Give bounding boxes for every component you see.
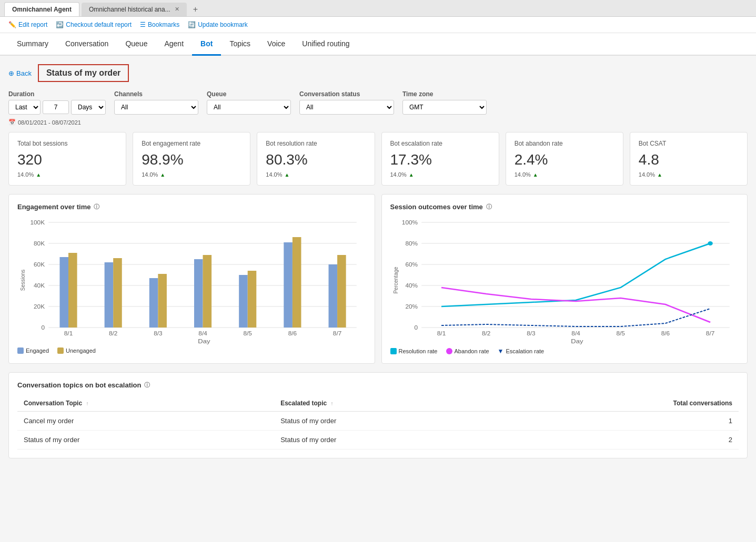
svg-text:20K: 20K	[34, 304, 45, 310]
update-bookmark-icon: 🔄	[188, 21, 196, 28]
bar-engaged-3	[149, 278, 158, 328]
bookmarks-icon: ☰	[140, 21, 146, 28]
edit-report-button[interactable]: ✏️ Edit report	[8, 21, 47, 28]
channels-select[interactable]: All	[114, 100, 198, 115]
col-topic: Conversation Topic ↑	[17, 395, 274, 412]
metric-card-total-sessions: Total bot sessions 320 14.0%▲	[8, 132, 126, 186]
duration-unit-select[interactable]: Days	[71, 100, 106, 115]
nav-tab-agent[interactable]: Agent	[156, 33, 192, 56]
tab-omnichannel-agent[interactable]: Omnichannel Agent	[4, 2, 79, 16]
sort-escalated-icon[interactable]: ↑	[331, 401, 334, 406]
bar-engaged-1	[59, 257, 68, 328]
nav-tab-voice[interactable]: Voice	[259, 33, 294, 56]
conversation-topics-table: Conversation Topic ↑ Escalated topic ↑ T…	[17, 395, 739, 449]
bar-engaged-2	[105, 262, 114, 328]
filters: Duration Last Days Channels All Queue Al…	[8, 90, 748, 115]
svg-text:Percentage: Percentage	[392, 267, 399, 293]
queue-select[interactable]: All	[207, 100, 291, 115]
bar-unengaged-1	[68, 253, 77, 328]
add-tab-button[interactable]: +	[189, 3, 202, 16]
nav-tab-summary[interactable]: Summary	[8, 33, 57, 56]
escalation-icon: ▼	[498, 347, 504, 355]
metric-card-resolution-rate: Bot resolution rate 80.3% 14.0%▲	[257, 132, 375, 186]
duration-preset-select[interactable]: Last	[8, 100, 41, 115]
queue-filter: Queue All	[207, 90, 291, 115]
metric-card-engagement-rate: Bot engagement rate 98.9% 14.0%▲	[133, 132, 250, 186]
bar-unengaged-5	[248, 271, 257, 328]
engagement-info-icon: ⓘ	[94, 203, 99, 211]
duration-value-input[interactable]	[43, 100, 69, 114]
bar-engaged-7	[329, 264, 338, 328]
svg-text:20%: 20%	[405, 304, 418, 310]
conv-status-select[interactable]: All	[299, 100, 394, 115]
nav-tab-bot[interactable]: Bot	[192, 33, 221, 56]
sort-topic-icon[interactable]: ↑	[86, 401, 88, 406]
table-info-icon: ⓘ	[144, 381, 150, 389]
table-header-row: Conversation Topic ↑ Escalated topic ↑ T…	[17, 395, 739, 412]
svg-text:40%: 40%	[405, 283, 418, 289]
session-outcomes-chart-card: Session outcomes over time ⓘ 100% 80% 60…	[381, 194, 748, 364]
svg-text:60K: 60K	[34, 262, 45, 268]
svg-text:Day: Day	[198, 338, 210, 345]
back-button[interactable]: ⊕ Back	[8, 69, 32, 77]
cell-total-2: 2	[501, 431, 739, 449]
legend-resolution: Resolution rate	[390, 347, 438, 355]
conv-status-filter: Conversation status All	[299, 90, 394, 115]
svg-text:8/1: 8/1	[64, 331, 73, 336]
svg-text:0: 0	[414, 325, 418, 331]
svg-text:Sessions: Sessions	[19, 269, 26, 291]
table-row: Status of my order Status of my order 2	[17, 431, 739, 449]
up-arrow-icon: ▲	[657, 172, 662, 178]
engagement-legend: Engaged Unengaged	[17, 347, 366, 354]
svg-text:8/7: 8/7	[705, 331, 714, 336]
cell-topic-2: Status of my order	[17, 431, 274, 449]
svg-text:Day: Day	[571, 338, 583, 345]
nav-tab-topics[interactable]: Topics	[221, 33, 259, 56]
channels-filter: Channels All	[114, 90, 198, 115]
table-row: Cancel my order Status of my order 1	[17, 412, 739, 431]
timezone-filter: Time zone GMT	[402, 90, 487, 115]
date-range: 📅 08/01/2021 - 08/07/2021	[8, 119, 748, 126]
nav-tab-unified-routing[interactable]: Unified routing	[294, 33, 358, 56]
bar-unengaged-6	[293, 237, 301, 328]
svg-text:8/7: 8/7	[333, 331, 341, 336]
metric-card-abandon-rate: Bot abandon rate 2.4% 14.0%▲	[506, 132, 623, 186]
update-bookmark-button[interactable]: 🔄 Update bookmark	[188, 21, 248, 28]
resolution-end-dot	[708, 241, 712, 246]
session-info-icon: ⓘ	[486, 203, 492, 211]
bar-engaged-4	[194, 259, 203, 328]
duration-filter: Duration Last Days	[8, 90, 106, 115]
svg-text:8/5: 8/5	[616, 331, 624, 336]
metric-card-csat: Bot CSAT 4.8 14.0%▲	[630, 132, 748, 186]
svg-text:40K: 40K	[34, 283, 45, 289]
session-chart-title: Session outcomes over time	[390, 203, 483, 211]
up-arrow-icon: ▲	[533, 172, 538, 178]
nav-tab-queue[interactable]: Queue	[117, 33, 156, 56]
bar-unengaged-3	[158, 274, 167, 328]
calendar-icon: 📅	[8, 119, 16, 126]
checkout-button[interactable]: ↩️ Checkout default report	[56, 21, 132, 28]
nav-tab-conversation[interactable]: Conversation	[57, 33, 117, 56]
legend-unengaged: Unengaged	[57, 347, 96, 354]
up-arrow-icon: ▲	[285, 172, 290, 178]
bookmarks-button[interactable]: ☰ Bookmarks	[140, 21, 179, 28]
page-title: Status of my order	[38, 64, 129, 82]
up-arrow-icon: ▲	[409, 172, 414, 178]
engagement-chart-card: Engagement over time ⓘ 100K 80K 60K 40K	[8, 194, 375, 364]
toolbar: ✏️ Edit report ↩️ Checkout default repor…	[0, 17, 756, 33]
unengaged-color	[57, 347, 64, 354]
svg-text:8/2: 8/2	[109, 331, 117, 336]
tab-omnichannel-historical[interactable]: Omnichannel historical ana... ✕	[82, 3, 187, 16]
tab-close-icon[interactable]: ✕	[175, 6, 179, 13]
svg-text:0: 0	[41, 325, 45, 331]
abandon-color	[446, 348, 452, 354]
edit-icon: ✏️	[8, 21, 16, 28]
timezone-select[interactable]: GMT	[402, 100, 487, 115]
col-total-conversations: Total conversations	[501, 395, 739, 412]
svg-text:100%: 100%	[401, 220, 418, 226]
resolution-line	[441, 243, 710, 306]
charts-row: Engagement over time ⓘ 100K 80K 60K 40K	[8, 194, 748, 364]
engagement-chart-title: Engagement over time	[17, 203, 90, 211]
svg-text:8/6: 8/6	[661, 331, 669, 336]
checkout-icon: ↩️	[56, 21, 64, 28]
